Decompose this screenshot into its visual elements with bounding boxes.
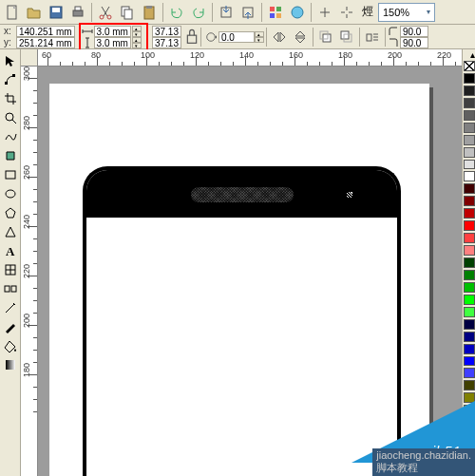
svg-rect-18	[187, 35, 196, 43]
snap-label: 烴	[362, 4, 373, 20]
paste-icon[interactable]	[139, 2, 160, 23]
crop-tool-icon[interactable]	[1, 89, 20, 108]
corner2-icon	[388, 37, 399, 48]
selection-handles[interactable]	[337, 182, 362, 207]
color-swatch[interactable]	[464, 86, 475, 96]
color-swatch[interactable]	[464, 220, 475, 231]
options-icon[interactable]	[336, 2, 357, 23]
rectangle-tool-icon[interactable]	[1, 165, 20, 184]
width-input[interactable]: 3.0 mm	[94, 26, 131, 37]
corel-online-icon[interactable]	[287, 2, 308, 23]
basic-shapes-icon[interactable]	[1, 222, 20, 241]
outline-tool-icon[interactable]	[1, 317, 20, 336]
polygon-tool-icon[interactable]	[1, 203, 20, 222]
color-swatch[interactable]	[464, 208, 475, 219]
color-swatch[interactable]	[464, 123, 475, 133]
svg-rect-14	[276, 7, 281, 11]
svg-rect-3	[73, 10, 83, 16]
shape-tool-icon[interactable]	[1, 70, 20, 89]
no-color-swatch[interactable]	[464, 61, 475, 71]
interactive-fill-icon[interactable]	[1, 355, 20, 374]
scale-group: 37.13 37.13	[152, 26, 181, 48]
copy-icon[interactable]	[117, 2, 138, 23]
open-icon[interactable]	[24, 2, 45, 23]
palette-up-icon[interactable]: ▴	[463, 49, 475, 60]
svg-rect-2	[52, 8, 60, 12]
height-input[interactable]: 3.0 mm	[94, 37, 131, 48]
y-input[interactable]: 251.214 mm	[16, 37, 75, 48]
color-swatch[interactable]	[464, 233, 475, 243]
svg-rect-32	[5, 286, 10, 292]
to-back-icon[interactable]	[336, 27, 357, 48]
pick-tool-icon[interactable]	[1, 51, 20, 70]
corner1-input[interactable]: 90.0	[400, 26, 428, 37]
color-swatch[interactable]	[464, 295, 475, 305]
color-swatch[interactable]	[464, 171, 475, 181]
eyedropper-tool-icon[interactable]	[1, 298, 20, 317]
color-swatch[interactable]	[464, 368, 475, 378]
scale-x-input[interactable]: 37.13	[152, 26, 181, 37]
color-swatch[interactable]	[464, 98, 475, 108]
new-icon[interactable]	[2, 2, 23, 23]
ruler-horizontal[interactable]: 6080100120140160180200220	[38, 49, 462, 67]
app-launch-icon[interactable]	[265, 2, 286, 23]
color-swatch[interactable]	[464, 257, 475, 268]
corner2-input[interactable]: 90.0	[400, 37, 428, 48]
wrap-text-icon[interactable]	[362, 27, 383, 48]
zoom-tool-icon[interactable]	[1, 108, 20, 127]
color-swatch[interactable]	[464, 73, 475, 84]
table-tool-icon[interactable]	[1, 260, 20, 279]
lock-ratio-icon[interactable]	[185, 27, 199, 48]
svg-rect-20	[323, 34, 331, 42]
rotation-spinner[interactable]: ▴▾	[255, 31, 264, 43]
import-icon[interactable]	[216, 2, 237, 23]
svg-rect-15	[270, 13, 275, 18]
color-swatch[interactable]	[464, 356, 475, 367]
smart-fill-icon[interactable]	[1, 146, 20, 165]
svg-rect-10	[146, 6, 152, 9]
rotation-input[interactable]: 0.0	[218, 31, 255, 43]
color-swatch[interactable]	[464, 110, 475, 121]
svg-rect-16	[276, 13, 281, 18]
scale-y-input[interactable]: 37.13	[152, 37, 181, 48]
size-highlight: 3.0 mm▴▾ 3.0 mm▴▾	[79, 23, 148, 51]
save-icon[interactable]	[46, 2, 66, 23]
color-swatch[interactable]	[464, 245, 475, 256]
height-spinner[interactable]: ▴▾	[132, 37, 142, 48]
color-swatch[interactable]	[464, 282, 475, 293]
svg-rect-26	[12, 74, 15, 77]
color-swatch[interactable]	[464, 147, 475, 158]
freehand-tool-icon[interactable]	[1, 127, 20, 146]
fill-tool-icon[interactable]	[1, 336, 20, 355]
svg-rect-4	[75, 7, 81, 10]
color-swatch[interactable]	[464, 344, 475, 354]
print-icon[interactable]	[67, 2, 88, 23]
ruler-origin[interactable]	[21, 49, 38, 67]
text-tool-icon[interactable]: A	[1, 241, 20, 260]
color-swatch[interactable]	[464, 307, 475, 317]
color-swatch[interactable]	[464, 270, 475, 280]
blend-tool-icon[interactable]	[1, 279, 20, 298]
color-swatch[interactable]	[464, 332, 475, 342]
color-swatch[interactable]	[464, 380, 475, 390]
mirror-v-icon[interactable]	[290, 27, 311, 48]
export-icon[interactable]	[238, 2, 258, 23]
ruler-vertical[interactable]: 300280260240220200180	[21, 67, 38, 476]
cut-icon[interactable]	[95, 2, 116, 23]
color-swatch[interactable]	[464, 196, 475, 206]
color-swatch[interactable]	[464, 160, 475, 170]
color-swatch[interactable]	[464, 319, 475, 330]
snap-icon[interactable]	[314, 2, 335, 23]
ellipse-tool-icon[interactable]	[1, 184, 20, 203]
width-icon	[82, 26, 93, 37]
mirror-h-icon[interactable]	[269, 27, 290, 48]
zoom-select[interactable]: 150%	[378, 3, 435, 22]
to-front-icon[interactable]	[315, 27, 336, 48]
undo-icon[interactable]	[166, 2, 187, 23]
width-spinner[interactable]: ▴▾	[132, 26, 142, 37]
x-input[interactable]: 140.251 mm	[16, 26, 75, 37]
color-swatch[interactable]	[464, 183, 475, 194]
color-swatch[interactable]	[464, 135, 475, 145]
svg-rect-33	[11, 286, 16, 292]
redo-icon[interactable]	[188, 2, 209, 23]
